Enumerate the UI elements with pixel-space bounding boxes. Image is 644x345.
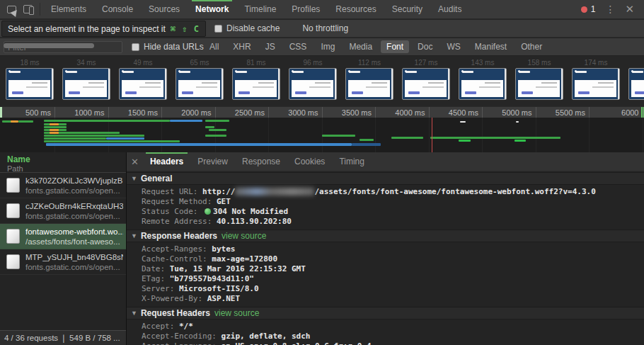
tab-console[interactable]: Console bbox=[94, 0, 141, 18]
ruler-tick bbox=[375, 107, 376, 118]
filmstrip-frame[interactable]: 34 ms bbox=[62, 68, 110, 100]
thumb-line2 bbox=[592, 86, 614, 88]
table-row[interactable]: MTP_ySUJH_bn48VBG8sNS...fonts.gstatic.co… bbox=[0, 249, 126, 275]
thumb-btn bbox=[465, 91, 476, 94]
page-thumbnail[interactable] bbox=[176, 68, 224, 100]
table-row[interactable]: k3k702ZOKiLJc3WVjuplzB...fonts.gstatic.c… bbox=[0, 173, 126, 198]
section-header[interactable]: ▼General bbox=[127, 172, 644, 185]
page-thumbnail[interactable] bbox=[572, 68, 620, 100]
page-thumbnail[interactable] bbox=[62, 68, 110, 100]
inspect-tooltip-text: Select an element in the page to inspect… bbox=[8, 24, 166, 34]
filter-type-img[interactable]: Img bbox=[315, 40, 340, 53]
thumb-logo bbox=[292, 71, 304, 73]
filmstrip-frame[interactable]: 81 ms bbox=[232, 68, 280, 100]
details-tabs: HeadersPreviewResponseCookiesTiming bbox=[143, 152, 372, 171]
table-row[interactable]: fontawesome-webfont.wo.../assets/fonts/f… bbox=[0, 224, 126, 249]
page-thumbnail[interactable] bbox=[402, 68, 450, 100]
filmstrip-frame[interactable]: 65 ms bbox=[176, 68, 224, 100]
filmstrip-scrollbar[interactable] bbox=[4, 43, 94, 48]
filter-type-media[interactable]: Media bbox=[343, 40, 378, 53]
page-thumbnail[interactable] bbox=[345, 68, 393, 100]
table-row[interactable]: cJZKeOuBrn4kERxqtaUH3Z...fonts.gstatic.c… bbox=[0, 198, 126, 224]
close-devtools-icon[interactable]: ✕ bbox=[625, 3, 634, 16]
filmstrip-frame[interactable]: 127 ms bbox=[402, 68, 450, 100]
device-toolbar-icon[interactable] bbox=[23, 5, 33, 13]
view-source-link[interactable]: view source bbox=[222, 231, 266, 241]
details-tab-timing[interactable]: Timing bbox=[332, 152, 372, 171]
filmstrip-frame[interactable]: 158 ms bbox=[515, 68, 563, 100]
page-thumbnail[interactable] bbox=[628, 68, 644, 100]
column-path[interactable]: Path bbox=[7, 164, 126, 173]
details-tab-cookies[interactable]: Cookies bbox=[287, 152, 332, 171]
filmstrip-frame[interactable]: 112 ms bbox=[345, 68, 393, 100]
details-tab-response[interactable]: Response bbox=[235, 152, 287, 171]
section-header[interactable]: ▼Request Headersview source bbox=[127, 307, 644, 319]
filter-type-js[interactable]: JS bbox=[260, 40, 281, 53]
tab-security[interactable]: Security bbox=[384, 0, 430, 18]
thumb-line1 bbox=[598, 82, 614, 84]
ruler-tick bbox=[536, 107, 536, 118]
header-key: Status Code: bbox=[142, 207, 202, 216]
filter-type-other[interactable]: Other bbox=[515, 40, 548, 53]
collapse-triangle-icon[interactable]: ▼ bbox=[131, 232, 137, 239]
overview-gridline bbox=[589, 118, 590, 152]
filter-type-all[interactable]: All bbox=[204, 40, 224, 53]
tab-network[interactable]: Network bbox=[188, 0, 236, 18]
page-thumbnail[interactable] bbox=[459, 68, 507, 100]
thumb-logo bbox=[179, 71, 190, 73]
page-thumbnail[interactable] bbox=[232, 68, 280, 100]
tab-profiles[interactable]: Profiles bbox=[284, 0, 328, 18]
filter-type-xhr[interactable]: XHR bbox=[227, 40, 256, 53]
hide-data-urls-checkbox[interactable] bbox=[132, 43, 139, 51]
collapse-triangle-icon[interactable]: ▼ bbox=[131, 175, 137, 182]
filter-type-manifest[interactable]: Manifest bbox=[469, 40, 512, 53]
filmstrip-frame[interactable] bbox=[628, 68, 644, 100]
filmstrip-frame[interactable]: 49 ms bbox=[119, 68, 167, 100]
thumb-card bbox=[65, 80, 107, 97]
header-row: ETag: "b779557b943d11:0" bbox=[127, 274, 644, 284]
waterfall-overview[interactable] bbox=[0, 118, 644, 152]
inspect-element-icon[interactable] bbox=[7, 6, 16, 13]
hide-data-urls-label[interactable]: Hide data URLs bbox=[144, 42, 204, 52]
requests-header[interactable]: Name Path bbox=[0, 152, 126, 173]
overflow-menu-icon[interactable]: ⋮ bbox=[605, 4, 615, 15]
close-details-icon[interactable]: ✕ bbox=[127, 157, 143, 167]
error-count-badge[interactable]: 1 bbox=[581, 4, 596, 14]
throttling-select[interactable]: No throttling bbox=[302, 23, 348, 33]
section-header[interactable]: ▼Response Headersview source bbox=[127, 230, 644, 242]
filmstrip-frame[interactable]: 96 ms bbox=[289, 68, 337, 100]
tab-elements[interactable]: Elements bbox=[43, 0, 94, 18]
tab-timeline[interactable]: Timeline bbox=[236, 0, 284, 18]
tab-resources[interactable]: Resources bbox=[328, 0, 384, 18]
collapse-triangle-icon[interactable]: ▼ bbox=[131, 310, 137, 317]
tab-audits[interactable]: Audits bbox=[430, 0, 469, 18]
tab-sources[interactable]: Sources bbox=[141, 0, 188, 18]
page-thumbnail[interactable] bbox=[289, 68, 337, 100]
filmstrip-frame[interactable]: 174 ms bbox=[572, 68, 620, 100]
filter-type-css[interactable]: CSS bbox=[284, 40, 313, 53]
page-thumbnail[interactable] bbox=[515, 68, 563, 100]
details-tab-preview[interactable]: Preview bbox=[190, 152, 235, 171]
page-thumbnail[interactable] bbox=[6, 68, 54, 100]
disable-cache-checkbox[interactable] bbox=[214, 25, 222, 33]
ruler-left-handle[interactable] bbox=[0, 107, 2, 118]
filmstrip-frame[interactable]: 143 ms bbox=[459, 68, 507, 100]
waterfall-bar bbox=[430, 137, 560, 139]
overview-gridline bbox=[643, 118, 643, 152]
column-name[interactable]: Name bbox=[7, 154, 126, 164]
filmstrip-frame[interactable]: 18 ms bbox=[6, 68, 54, 100]
thumb-card bbox=[122, 80, 163, 97]
header-value: bytes bbox=[212, 244, 235, 254]
view-source-link[interactable]: view source bbox=[214, 308, 259, 318]
filter-type-ws[interactable]: WS bbox=[441, 40, 466, 53]
frame-timestamp: 65 ms bbox=[176, 59, 224, 67]
frame-timestamp: 174 ms bbox=[572, 59, 620, 67]
frame-timestamp: 158 ms bbox=[515, 59, 563, 67]
details-tab-headers[interactable]: Headers bbox=[143, 152, 190, 171]
filter-type-font[interactable]: Font bbox=[381, 40, 409, 53]
page-thumbnail[interactable] bbox=[119, 68, 167, 100]
filter-type-doc[interactable]: Doc bbox=[412, 40, 438, 53]
disable-cache-label[interactable]: Disable cache bbox=[226, 23, 280, 33]
timeline-ruler[interactable]: 500 ms1000 ms1500 ms2000 ms2500 ms3000 m… bbox=[0, 106, 644, 118]
request-path: fonts.gstatic.com/s/open... bbox=[25, 263, 123, 271]
